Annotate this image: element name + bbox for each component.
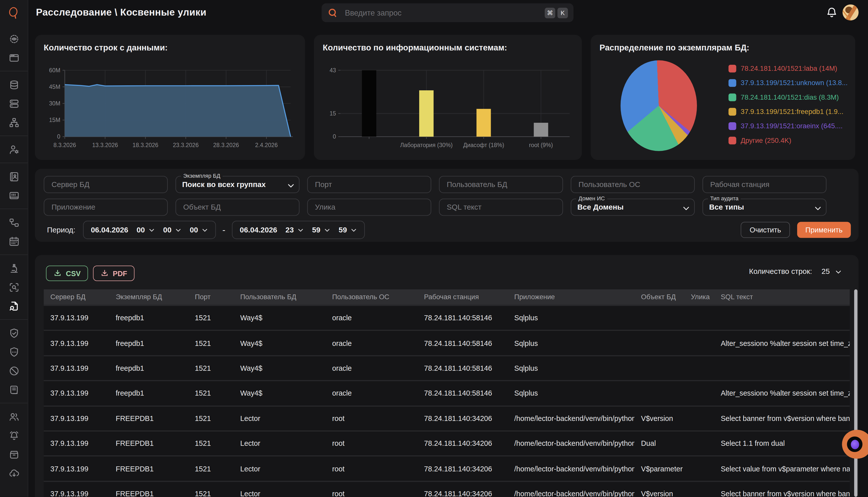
user-avatar[interactable]	[843, 4, 859, 20]
table-cell: Sqlplus	[508, 314, 634, 322]
chevron-down-icon	[175, 227, 181, 233]
global-search[interactable]: ⌘ K	[322, 3, 574, 22]
period-mm[interactable]: 59	[312, 226, 330, 234]
period-date[interactable]: 06.04.2026	[240, 226, 277, 234]
table-row[interactable]: 37.9.13.199freepdb11521Way4$oracle78.24.…	[44, 330, 850, 355]
filter-input[interactable]	[446, 180, 556, 189]
period-hh[interactable]: 00	[137, 226, 155, 234]
table-cell: Select value from v$parameter where nam	[714, 464, 850, 473]
sidebar-item-user-gear-icon[interactable]	[0, 140, 28, 159]
sidebar-item-sitemap-icon[interactable]	[0, 113, 28, 132]
filters-row-2: Домен ИС Все Домены Тип аудита Все типы	[35, 199, 859, 216]
table-cell: 78.24.181.140:58146	[417, 339, 508, 347]
search-input[interactable]	[344, 8, 543, 18]
sidebar-item-shield-dots-icon[interactable]	[0, 342, 28, 361]
app-logo-icon[interactable]	[7, 6, 20, 20]
legend-item[interactable]: 37.9.13.199/1521:unknown (13.8...	[729, 79, 848, 87]
table-row[interactable]: 37.9.13.199freepdb11521Way4$oracle78.24.…	[44, 305, 850, 330]
period-date[interactable]: 06.04.2026	[91, 226, 128, 234]
filter-select[interactable]: Экземпляр БД Поиск во всех группах	[176, 176, 299, 193]
filter-input[interactable]	[709, 180, 820, 189]
table-row[interactable]: 37.9.13.199freepdb11521Way4$oracle78.24.…	[44, 380, 850, 406]
rows-count-control[interactable]: Количество строк: 25	[749, 267, 841, 275]
filter-input[interactable]	[577, 180, 688, 189]
column-header[interactable]: Приложение	[508, 293, 634, 301]
sidebar-item-scan-search-icon[interactable]	[0, 278, 28, 296]
sidebar-nav	[0, 29, 28, 482]
sidebar-divider	[0, 209, 28, 209]
column-header[interactable]: Объект БД	[634, 293, 684, 301]
table-cell: 37.9.13.199	[44, 314, 109, 322]
sidebar-item-contact-book-icon[interactable]	[0, 167, 28, 186]
table-scrollbar[interactable]	[854, 289, 857, 497]
table-row[interactable]: 37.9.13.199FREEPDB11521Lectorroot78.24.1…	[44, 430, 850, 456]
sidebar-item-cloud-download-icon[interactable]	[0, 464, 28, 482]
table-cell: /home/lector-backend/venv/bin/python	[508, 439, 634, 448]
table-cell: 37.9.13.199	[44, 414, 109, 423]
sidebar-item-gear-eye-icon[interactable]	[0, 29, 28, 48]
sidebar-item-users-icon[interactable]	[0, 407, 28, 426]
table-row[interactable]: 37.9.13.199FREEPDB11521Lectorroot78.24.1…	[44, 481, 850, 497]
table-row[interactable]: 37.9.13.199FREEPDB11521Lectorroot78.24.1…	[44, 406, 850, 430]
sidebar-item-window-icon[interactable]	[0, 48, 28, 67]
column-header[interactable]: Экземпляр БД	[109, 293, 188, 301]
sidebar-item-database-icon[interactable]	[0, 75, 28, 94]
sidebar-item-scroll-icon[interactable]	[0, 380, 28, 399]
period-ss[interactable]: 59	[338, 226, 357, 234]
export-pdf-button[interactable]: PDF	[93, 266, 135, 281]
filter-input[interactable]	[51, 180, 161, 189]
table-cell: Sqlplus	[508, 339, 634, 347]
column-header[interactable]: Пользователь БД	[234, 293, 325, 301]
table-cell: FREEPDB1	[109, 464, 188, 473]
svg-text:45M: 45M	[49, 84, 60, 90]
period-from-group[interactable]: 06.04.202600 00 00	[83, 221, 216, 239]
sidebar-item-calendar-icon[interactable]	[0, 232, 28, 251]
filter-select[interactable]: Домен ИС Все Домены	[571, 199, 695, 216]
pie-chart	[621, 60, 697, 151]
legend-item[interactable]: 37.9.13.199/1521:freepdb1 (1.9...	[729, 108, 848, 116]
legend-item[interactable]: 78.24.181.140/1521:laba (14M)	[729, 64, 848, 73]
sidebar-item-doc-search-icon[interactable]	[0, 296, 28, 315]
clear-button[interactable]: Очистить	[741, 222, 790, 238]
sidebar-item-workflow-icon[interactable]	[0, 213, 28, 232]
export-csv-button[interactable]: CSV	[46, 266, 88, 281]
sidebar-divider	[0, 319, 28, 320]
sidebar-item-bell-alarm-icon[interactable]	[0, 426, 28, 445]
filter-input[interactable]	[314, 202, 425, 212]
filter-input[interactable]	[314, 180, 425, 189]
column-header[interactable]: Улика	[684, 293, 714, 301]
period-mm[interactable]: 00	[163, 226, 182, 234]
legend-item[interactable]: 78.24.181.140/1521:dias (8.3M)	[729, 93, 848, 102]
sidebar-item-card-reader-icon[interactable]	[0, 186, 28, 205]
column-header[interactable]: Пользователь ОС	[325, 293, 417, 301]
legend-item[interactable]: 37.9.13.199/1521:oraeinx (645....	[729, 122, 848, 130]
column-header[interactable]: Порт	[188, 293, 234, 301]
period-hh[interactable]: 23	[285, 226, 304, 234]
table-row[interactable]: 37.9.13.199FREEPDB11521Lectorroot78.24.1…	[44, 456, 850, 481]
sidebar-item-ban-icon[interactable]	[0, 361, 28, 380]
apply-button[interactable]: Применить	[797, 222, 851, 238]
legend-item[interactable]: Другие (250.4K)	[729, 136, 848, 145]
legend-label: 37.9.13.199/1521:freepdb1 (1.9...	[741, 108, 843, 116]
column-header[interactable]: Рабочая станция	[417, 293, 508, 301]
filter-select[interactable]: Тип аудита Все типы	[702, 199, 827, 216]
filter-input[interactable]	[51, 202, 161, 212]
sidebar-item-archive-icon[interactable]	[0, 445, 28, 464]
floating-assistant-button[interactable]	[842, 430, 868, 459]
table-cell: FREEPDB1	[109, 489, 188, 497]
table-cell: Alter_sessiono %alter session set time_z	[714, 389, 850, 397]
sidebar-item-server-icon[interactable]	[0, 94, 28, 113]
sidebar-item-shield-check-icon[interactable]	[0, 324, 28, 342]
column-header[interactable]: Сервер БД	[44, 293, 109, 301]
app-viewport: Расследование \ Косвенные улики ⌘ K Коли…	[0, 0, 868, 497]
table-row[interactable]: 37.9.13.199freepdb11521Way4$oracle78.24.…	[44, 355, 850, 380]
period-to-group[interactable]: 06.04.202623 59 59	[232, 221, 365, 239]
column-header[interactable]: SQL текст	[714, 293, 850, 301]
notifications-bell-icon[interactable]	[825, 6, 838, 19]
filter-input[interactable]	[182, 202, 293, 212]
filter-input[interactable]	[446, 202, 556, 212]
sidebar-item-microscope-icon[interactable]	[0, 259, 28, 278]
svg-text:Диасофт (18%): Диасофт (18%)	[463, 142, 504, 148]
period-ss[interactable]: 00	[190, 226, 208, 234]
card-info-systems: Количество по информационным системам: 0…	[314, 35, 582, 160]
